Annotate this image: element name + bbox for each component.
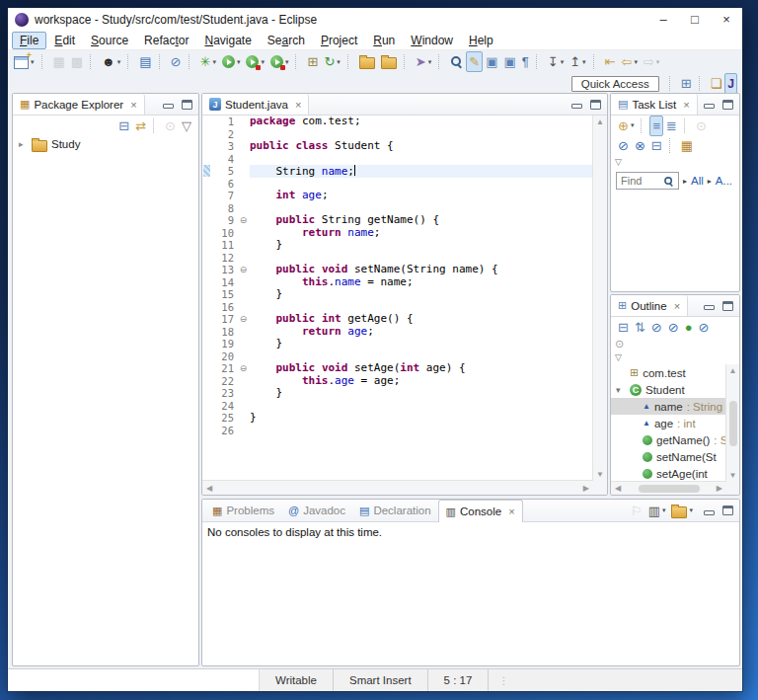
show-annotations-icon[interactable]: ▣ [483,51,500,72]
code-line-11[interactable]: 11 } [202,239,593,252]
coverage-icon[interactable]: ▾ [243,51,267,72]
console-tab-javadoc[interactable]: @Javadoc [281,500,352,521]
hide-static-icon[interactable]: ⊘ [665,317,682,338]
import-icon[interactable] [378,51,400,72]
dropdown-arrow-icon[interactable]: ▾ [656,58,660,66]
profile-icon[interactable]: ▾ [267,51,292,72]
scroll-up-icon[interactable]: ▲ [729,366,737,375]
outline-horizontal-scrollbar[interactable]: ◀ ▶ [611,481,726,495]
open-type-icon[interactable]: ▣ [500,51,518,72]
dropdown-arrow-icon[interactable]: ▾ [285,58,289,66]
code-line-4[interactable]: 4 [202,153,593,166]
menu-search[interactable]: Search [260,32,313,49]
quick-access-box[interactable]: Quick Access [571,76,659,92]
minimize-button[interactable]: – [647,8,679,31]
editor-vertical-scrollbar[interactable]: ▲ ▼ [592,116,607,481]
collapse-all-icon[interactable]: ⊟ [115,116,132,136]
new-task-icon[interactable]: ⊕▾ [615,116,637,136]
java-perspective-icon[interactable]: J [724,73,737,94]
dropdown-arrow-icon[interactable]: ▾ [561,58,565,66]
close-tab-icon[interactable]: × [683,99,689,111]
close-button[interactable]: × [711,8,742,31]
dropdown-arrow-icon[interactable]: ▾ [261,58,265,66]
task-filter-link-a[interactable]: A... [716,175,732,187]
focus-workweek-icon[interactable]: ⊗ [632,135,648,156]
minimize-view-icon[interactable] [704,510,715,515]
scroll-right-icon[interactable]: ▶ [717,484,722,493]
scrollbar-thumb[interactable] [639,485,700,493]
code-line-25[interactable]: 25} [202,412,593,425]
open-perspective-icon[interactable]: ⊞ [678,73,695,94]
outline-item-setname-st[interactable]: setName(St [611,448,726,465]
dropdown-arrow-icon[interactable]: ▾ [212,58,216,66]
dropdown-arrow-icon[interactable]: ▾ [428,58,432,66]
scroll-down-icon[interactable]: ▼ [596,470,604,479]
last-edit-location-icon[interactable]: ⇤ [602,51,619,72]
next-annotation-icon[interactable]: ↧▾ [545,51,567,72]
outline-vertical-scrollbar[interactable]: ▲ ▼ [725,364,739,482]
minimize-view-icon[interactable] [163,104,174,109]
maximize-button[interactable]: □ [679,8,711,31]
scrollbar-thumb[interactable] [729,401,737,446]
close-tab-icon[interactable]: × [130,99,136,111]
collapse-all-icon[interactable]: ⊟ [615,317,632,338]
dropdown-arrow-icon[interactable]: ▾ [631,121,635,129]
menu-run[interactable]: Run [365,32,403,49]
menu-source[interactable]: Source [83,32,136,49]
skip-breakpoints-icon[interactable]: ⊘ [168,51,185,72]
categorized-view-icon[interactable]: ≡ [649,116,663,136]
javaee-perspective-icon[interactable]: ❏ [708,73,725,94]
outline-item-name[interactable]: ▲name : String [611,398,726,415]
menu-refactor[interactable]: Refactor [136,32,196,49]
outline-item-setage-int[interactable]: setAge(int [611,465,726,482]
outline-tab[interactable]: ⊞ Outline × [611,295,688,316]
fold-collapse-icon[interactable]: ⊖ [237,264,250,276]
minimize-view-icon[interactable] [571,104,582,109]
run-icon[interactable]: ▾ [219,51,244,72]
maximize-view-icon[interactable] [722,301,733,311]
refresh-icon[interactable]: ↻▾ [321,51,342,72]
hide-fields-icon[interactable]: ⊘ [648,317,665,338]
editor-horizontal-scrollbar[interactable]: ◀ ▶ [202,480,593,495]
link-with-editor-icon[interactable]: ⇄ [132,116,149,136]
view-menu-icon[interactable]: ▽ [615,353,622,362]
outline-item-getname-[interactable]: getName() : String [611,431,726,448]
code-line-19[interactable]: 19 } [202,338,593,350]
menu-file[interactable]: File [12,32,46,49]
code-line-23[interactable]: 23 } [202,387,593,400]
search-icon[interactable] [447,51,466,72]
view-menu-icon[interactable]: ▽ [615,158,622,167]
display-console-icon[interactable]: ▥▾ [645,501,669,521]
editor-tab-student-java[interactable]: J Student.java × [202,94,309,115]
console-tab-problems[interactable]: ▦Problems [205,500,281,521]
outline-item-student[interactable]: ▾CStudent [611,381,726,398]
close-tab-icon[interactable]: × [295,99,301,111]
show-whitespace-icon[interactable]: ¶ [519,51,532,72]
menu-window[interactable]: Window [403,32,461,49]
code-line-5[interactable]: 5 String name; [202,165,593,178]
task-filter-link-all[interactable]: All [691,175,704,187]
terminal-icon[interactable]: ▤ [136,51,154,72]
collapse-all-icon[interactable]: ⊟ [648,135,665,156]
dropdown-arrow-icon[interactable]: ▾ [117,58,121,66]
back-icon[interactable]: ⇦▾ [618,51,640,72]
expand-chevron[interactable]: ▸ [19,139,28,149]
maximize-view-icon[interactable] [182,100,192,110]
fold-collapse-icon[interactable]: ⊖ [237,313,250,326]
menu-edit[interactable]: Edit [46,32,83,49]
code-line-3[interactable]: 3public class Student { [202,140,593,153]
dropdown-arrow-icon[interactable]: ▾ [689,506,693,514]
console-tab-declaration[interactable]: ▤Declaration [352,500,438,521]
console-tab-console[interactable]: ▥Console× [438,500,523,522]
maximize-view-icon[interactable] [722,100,733,110]
menu-navigate[interactable]: Navigate [196,32,259,49]
menu-project[interactable]: Project [313,32,365,49]
dropdown-arrow-icon[interactable]: ▾ [634,58,638,66]
fold-collapse-icon[interactable]: ⊖ [237,214,250,227]
previous-annotation-icon[interactable]: ↥▾ [567,51,588,72]
hide-completed-icon[interactable]: ⊘ [615,135,632,156]
task-list-tab[interactable]: ▤ Task List × [611,94,698,115]
package-explorer-tab[interactable]: ▦ Package Explorer × [13,94,145,115]
close-tab-icon[interactable]: × [508,506,514,517]
repository-icon[interactable]: ▦ [678,135,696,156]
